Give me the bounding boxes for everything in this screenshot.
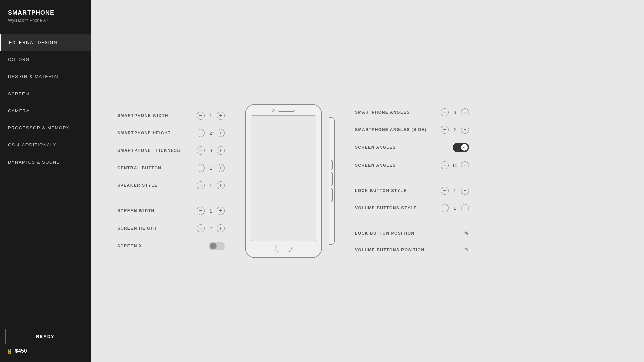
control-label: SCREEN WIDTH [117, 208, 155, 213]
phone-visualization [245, 104, 335, 258]
side-button-lock [331, 160, 333, 170]
sidebar-item-colors[interactable]: COLORS [0, 51, 91, 68]
stepper-plus[interactable]: + [217, 224, 225, 232]
control-row-volume-buttons-position: VOLUME BUTTONS POSITION✎ [355, 242, 469, 258]
stepper-value: 1 [208, 183, 213, 188]
app-subtitle: Wylsacom Phone X7 [8, 18, 83, 23]
sidebar-item-screen[interactable]: SCREEN [0, 85, 91, 102]
phone-side [329, 117, 335, 245]
control-row-smartphone-height: SMARTPHONE HEIGHT−2+ [117, 124, 225, 142]
control-row-screen-angles: SCREEN ANGLES−10+ [355, 157, 469, 174]
stepper-value: 1 [208, 113, 213, 118]
stepper-plus[interactable]: + [461, 204, 469, 212]
stepper-value: 1 [452, 206, 458, 211]
stepper-plus[interactable]: + [217, 129, 225, 137]
stepper-minus[interactable]: − [441, 187, 449, 195]
sidebar-item-camera[interactable]: CAMERA [0, 102, 91, 119]
stepper-plus[interactable]: + [217, 164, 225, 172]
app-title: SMARTPHONE [8, 9, 83, 16]
content-area: SMARTPHONE WIDTH−1+SMARTPHONE HEIGHT−2+S… [91, 104, 644, 258]
left-controls: SMARTPHONE WIDTH−1+SMARTPHONE HEIGHT−2+S… [117, 107, 225, 255]
stepper-value: 1 [452, 188, 458, 193]
edit-button[interactable]: ✎ [464, 246, 469, 254]
control-label: SMARTPHONE ANGLES [355, 110, 410, 115]
toggle-on-switch[interactable]: ✓ [453, 143, 469, 152]
stepper-minus[interactable]: − [197, 207, 205, 215]
control-label: VOLUME BUTTONS STYLE [355, 206, 417, 210]
separator [355, 174, 469, 182]
sidebar-item-os-additionaly[interactable]: OS & ADDITIONALY [0, 136, 91, 154]
separator [355, 217, 469, 225]
control-label: LOCK BUTTON STYLE [355, 188, 407, 193]
price-row: 🔒 $450 [5, 348, 85, 354]
stepper-plus[interactable]: + [461, 161, 469, 169]
sidebar-item-processor-memory[interactable]: PROCESSOR & MEMORY [0, 119, 91, 136]
sidebar-header: SMARTPHONE Wylsacom Phone X7 [0, 0, 91, 31]
control-row-smartphone-angles-side: SMARTPHONE ANGLES (SIDE)−2+ [355, 121, 469, 138]
stepper-value: 1 [208, 166, 213, 171]
stepper-minus[interactable]: − [197, 112, 205, 120]
toggle-knob [210, 243, 217, 249]
stepper-plus[interactable]: + [217, 146, 225, 155]
stepper-value: 2 [452, 127, 458, 132]
stepper-minus[interactable]: − [197, 164, 205, 172]
stepper-minus[interactable]: − [197, 146, 205, 155]
right-controls: SMARTPHONE ANGLES−6+SMARTPHONE ANGLES (S… [355, 104, 469, 258]
stepper-value: 6 [452, 110, 458, 115]
control-label: LOCK BUTTON POSITION [355, 231, 415, 236]
control-row-screen-width: SCREEN WIDTH−1+ [117, 202, 225, 220]
stepper-value: 1 [208, 208, 213, 214]
control-row-smartphone-angles: SMARTPHONE ANGLES−6+ [355, 104, 469, 121]
side-button-volume-down [331, 188, 333, 202]
stepper-minus[interactable]: − [441, 161, 449, 169]
phone-camera-dot [272, 109, 275, 112]
stepper-minus[interactable]: − [197, 129, 205, 137]
stepper-plus[interactable]: + [217, 112, 225, 120]
toggle-on-knob: ✓ [461, 144, 468, 151]
phone-top [246, 105, 321, 115]
control-row-central-button: CENTRAL BUTTON−1+ [117, 159, 225, 177]
control-row-lock-button-style: LOCK BUTTON STYLE−1+ [355, 182, 469, 199]
control-row-lock-button-position: LOCK BUTTON POSITION✎ [355, 225, 469, 242]
sidebar-item-design-material[interactable]: DESIGN & MATERIAL [0, 68, 91, 85]
side-button-volume-up [331, 172, 333, 186]
control-row-screen-angles-toggle: SCREEN ANGLES✓ [355, 138, 469, 157]
ready-button[interactable]: READY [5, 329, 85, 344]
stepper-minus[interactable]: − [441, 126, 449, 134]
stepper-minus[interactable]: − [441, 108, 449, 116]
control-row-volume-buttons-style: VOLUME BUTTONS STYLE−1+ [355, 199, 469, 217]
control-label: SMARTPHONE THICKNESS [117, 148, 180, 153]
control-label: SCREEN ANGLES [355, 163, 396, 168]
main-content: SMARTPHONE WIDTH−1+SMARTPHONE HEIGHT−2+S… [91, 0, 644, 362]
phone-speaker [278, 110, 295, 112]
sidebar-item-external-design[interactable]: EXTERNAL DESIGN [0, 34, 91, 51]
control-label: SMARTPHONE ANGLES (SIDE) [355, 127, 427, 132]
price-icon: 🔒 [7, 348, 12, 354]
control-label: SCREEN X [117, 244, 142, 248]
stepper-minus[interactable]: − [197, 224, 205, 232]
control-row-screen-x: SCREEN X [117, 237, 225, 255]
control-row-smartphone-thickness: SMARTPHONE THICKNESS−9+ [117, 142, 225, 159]
control-label: SPEAKER STYLE [117, 183, 158, 188]
toggle-switch[interactable] [209, 242, 225, 250]
price-value: $450 [15, 348, 27, 354]
stepper-plus[interactable]: + [461, 108, 469, 116]
phone-front [245, 104, 322, 258]
control-label: CENTRAL BUTTON [117, 166, 161, 170]
control-row-speaker-style: SPEAKER STYLE−1+ [117, 177, 225, 194]
stepper-minus[interactable]: − [441, 204, 449, 212]
stepper-plus[interactable]: + [217, 181, 225, 189]
phone-home-button [275, 245, 292, 252]
stepper-plus[interactable]: + [461, 126, 469, 134]
control-label: SMARTPHONE WIDTH [117, 113, 168, 118]
sidebar-item-dynamics-sound[interactable]: DYNAMICS & SOUND [0, 154, 91, 171]
stepper-plus[interactable]: + [461, 187, 469, 195]
stepper-minus[interactable]: − [197, 181, 205, 189]
control-row-screen-height: SCREEN HEIGHT−2+ [117, 220, 225, 237]
stepper-plus[interactable]: + [217, 207, 225, 215]
nav-list: EXTERNAL DESIGNCOLORSDESIGN & MATERIALSC… [0, 31, 91, 322]
control-label: SCREEN HEIGHT [117, 226, 157, 231]
edit-button[interactable]: ✎ [464, 230, 469, 237]
separator [117, 194, 225, 202]
control-label: SMARTPHONE HEIGHT [117, 131, 171, 135]
